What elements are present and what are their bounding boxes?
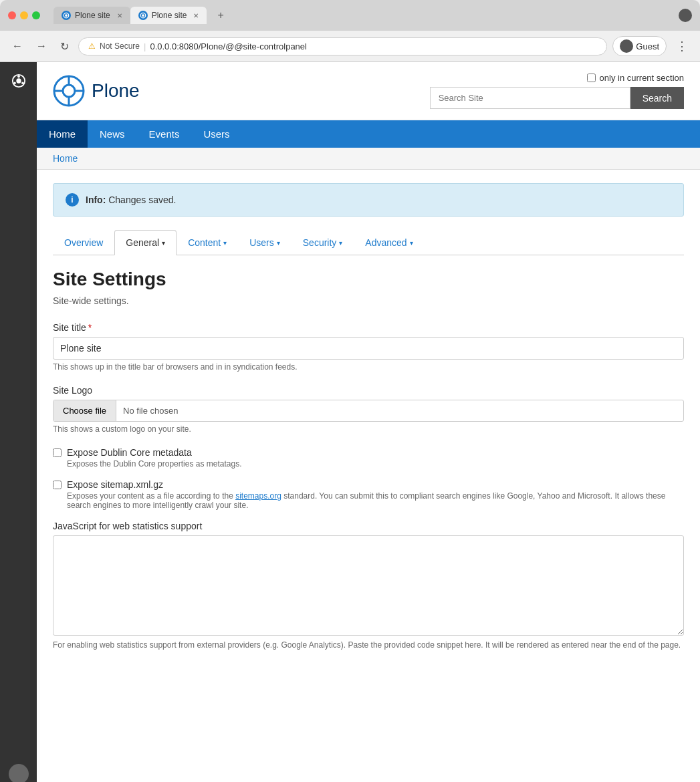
js-stats-help: For enabling web statistics support from… bbox=[53, 640, 684, 650]
search-button[interactable]: Search bbox=[630, 87, 684, 109]
nav-events[interactable]: Events bbox=[137, 120, 192, 148]
tab-users[interactable]: Users ▾ bbox=[238, 230, 291, 255]
info-body: Changes saved. bbox=[106, 194, 176, 205]
tab-users-text: Users bbox=[249, 237, 274, 248]
close-button[interactable] bbox=[8, 11, 16, 19]
required-marker: * bbox=[88, 322, 92, 333]
site-title-label-text: Site title bbox=[53, 322, 86, 333]
tab-general-arrow: ▾ bbox=[162, 239, 165, 247]
address-bar[interactable]: ⚠ Not Secure | 0.0.0.0:8080/Plone/@@site… bbox=[78, 37, 607, 55]
browser-more-button[interactable]: ⋮ bbox=[672, 37, 692, 55]
sitemap-link[interactable]: sitemaps.org bbox=[235, 491, 281, 501]
tab-security-label: Security ▾ bbox=[303, 237, 343, 248]
maximize-button[interactable] bbox=[32, 11, 40, 19]
file-name-display: No file chosen bbox=[116, 400, 683, 421]
page-title: Site Settings bbox=[53, 269, 684, 290]
address-separator: | bbox=[144, 41, 146, 51]
address-bar-area: ← → ↻ ⚠ Not Secure | 0.0.0.0:8080/Plone/… bbox=[0, 31, 700, 62]
nav-news[interactable]: News bbox=[88, 120, 137, 148]
forward-button[interactable]: → bbox=[32, 39, 51, 53]
dublin-core-label-area: Expose Dublin Core metadata Exposes the … bbox=[67, 447, 241, 469]
main-nav: Home News Events Users bbox=[37, 120, 700, 148]
tab-close-1[interactable]: ✕ bbox=[117, 12, 122, 19]
file-input-wrapper: Choose file No file chosen bbox=[53, 400, 684, 422]
search-row: Search bbox=[430, 87, 684, 109]
site-logo-help: This shows a custom logo on your site. bbox=[53, 424, 684, 434]
search-section-label: only in current section bbox=[600, 73, 684, 83]
svg-point-8 bbox=[13, 82, 16, 84]
tab-content-arrow: ▾ bbox=[223, 239, 227, 247]
tab-2[interactable]: Plone site ✕ bbox=[130, 7, 207, 24]
plone-logo-icon bbox=[53, 75, 85, 107]
nav-home[interactable]: Home bbox=[37, 120, 88, 148]
tab-security-text: Security bbox=[303, 237, 337, 248]
security-label: Not Secure bbox=[100, 41, 140, 51]
tab-security-arrow: ▾ bbox=[339, 239, 342, 247]
minimize-button[interactable] bbox=[20, 11, 28, 19]
site-title-input[interactable] bbox=[53, 337, 684, 360]
logo-text: Plone bbox=[92, 80, 140, 102]
dublin-core-group: Expose Dublin Core metadata Exposes the … bbox=[53, 447, 684, 469]
sidebar-user-avatar[interactable] bbox=[9, 764, 29, 782]
breadcrumb-home[interactable]: Home bbox=[53, 153, 78, 164]
browser-menu-icon[interactable] bbox=[679, 9, 692, 22]
js-stats-label: JavaScript for web statistics support bbox=[53, 521, 684, 531]
tab-label-2: Plone site bbox=[152, 11, 187, 20]
breadcrumb: Home bbox=[37, 148, 700, 170]
sitemap-help: Exposes your content as a file according… bbox=[67, 491, 684, 510]
security-warning-icon: ⚠ bbox=[88, 41, 96, 51]
site-logo: Plone bbox=[53, 75, 140, 107]
svg-point-7 bbox=[21, 82, 24, 84]
tab-users-label: Users ▾ bbox=[249, 237, 280, 248]
new-tab-button[interactable]: + bbox=[212, 7, 229, 24]
reload-button[interactable]: ↻ bbox=[56, 39, 73, 54]
dublin-core-checkbox[interactable] bbox=[53, 448, 62, 457]
sitemap-group: Expose sitemap.xml.gz Exposes your conte… bbox=[53, 479, 684, 510]
sitemap-help-before: Exposes your content as a file according… bbox=[67, 491, 235, 501]
tab-favicon-2 bbox=[138, 11, 148, 20]
sidebar-plone-icon[interactable] bbox=[7, 69, 31, 93]
tab-content[interactable]: Content ▾ bbox=[177, 230, 238, 255]
tab-label-1: Plone site bbox=[75, 11, 110, 20]
svg-point-10 bbox=[63, 85, 75, 97]
site-logo-label: Site Logo bbox=[53, 385, 684, 396]
tab-favicon-1 bbox=[62, 11, 71, 20]
nav-users[interactable]: Users bbox=[191, 120, 241, 148]
tab-security[interactable]: Security ▾ bbox=[291, 230, 354, 255]
tab-advanced[interactable]: Advanced ▾ bbox=[354, 230, 424, 255]
control-panel-tabs: Overview General ▾ Content ▾ Users bbox=[53, 230, 684, 255]
search-input[interactable] bbox=[430, 87, 630, 109]
dublin-core-label: Expose Dublin Core metadata bbox=[67, 447, 192, 458]
choose-file-button[interactable]: Choose file bbox=[53, 400, 116, 421]
tabs-bar: Plone site ✕ Plone site ✕ + bbox=[53, 7, 673, 24]
site-title-help: This shows up in the title bar of browse… bbox=[53, 362, 684, 372]
tab-general[interactable]: General ▾ bbox=[114, 230, 177, 255]
search-section-checkbox-label: only in current section bbox=[587, 73, 684, 83]
sitemap-label: Expose sitemap.xml.gz bbox=[67, 479, 163, 490]
main-content: Plone only in current section Search Hom… bbox=[37, 62, 700, 782]
profile-button[interactable]: Guest bbox=[612, 36, 667, 56]
page-content: Site Settings Site-wide settings. Site t… bbox=[37, 255, 700, 676]
tab-overview[interactable]: Overview bbox=[53, 230, 114, 255]
info-prefix: Info: bbox=[86, 194, 106, 205]
tab-general-label: General ▾ bbox=[126, 237, 165, 248]
sitemap-checkbox[interactable] bbox=[53, 481, 62, 489]
back-button[interactable]: ← bbox=[8, 39, 27, 53]
sitemap-label-area: Expose sitemap.xml.gz Exposes your conte… bbox=[67, 479, 684, 510]
dublin-core-help: Exposes the Dublin Core properties as me… bbox=[67, 459, 241, 469]
tab-general-text: General bbox=[126, 237, 159, 248]
address-text: 0.0.0.0:8080/Plone/@@site-controlpanel bbox=[150, 41, 307, 51]
svg-point-3 bbox=[142, 14, 144, 17]
tab-close-2[interactable]: ✕ bbox=[193, 12, 199, 19]
profile-avatar bbox=[620, 39, 633, 53]
js-stats-textarea[interactable] bbox=[53, 535, 684, 636]
search-section-checkbox[interactable] bbox=[587, 74, 596, 82]
tab-1[interactable]: Plone site ✕ bbox=[53, 7, 130, 24]
svg-point-5 bbox=[16, 78, 21, 83]
tab-content-text: Content bbox=[188, 237, 221, 248]
traffic-lights bbox=[8, 11, 40, 19]
js-stats-group: JavaScript for web statistics support Fo… bbox=[53, 521, 684, 650]
sidebar bbox=[0, 62, 37, 782]
info-text: Info: Changes saved. bbox=[86, 194, 176, 205]
svg-point-6 bbox=[17, 76, 20, 78]
